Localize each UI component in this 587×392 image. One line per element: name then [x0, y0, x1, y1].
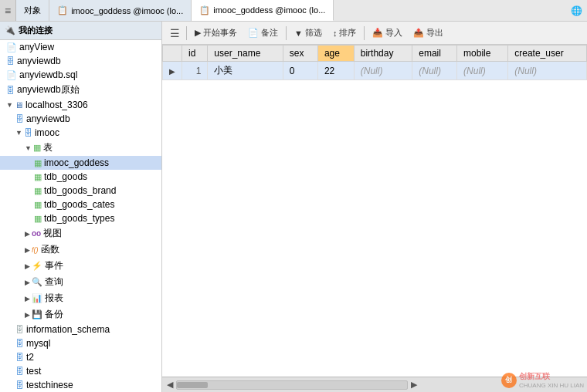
sidebar-item-label: 查询: [45, 275, 63, 289]
tab-bar-left: ≡: [0, 0, 16, 21]
sidebar-item-label: anyviewdb: [17, 56, 61, 66]
sidebar-item-label: 表: [43, 141, 53, 154]
cell-create-user[interactable]: (Null): [508, 62, 587, 80]
sidebar-item-imooc-goddess[interactable]: ▦ imooc_goddess: [0, 156, 161, 170]
import-icon: 📥: [372, 28, 383, 38]
db-icon: 🗄: [6, 56, 15, 66]
db-icon: 🗄: [15, 367, 24, 376]
col-arrow: [163, 46, 182, 62]
file-icon: 📄: [6, 42, 17, 52]
begin-transaction-icon: ▶: [195, 28, 201, 38]
row-arrow-icon: ▶: [169, 67, 175, 76]
table-container[interactable]: id user_name sex age birthday: [162, 45, 587, 377]
sidebar-item-label: 函数: [41, 243, 59, 256]
sidebar-item-label: t2: [26, 352, 34, 363]
col-create-user[interactable]: create_user: [508, 46, 587, 62]
tab-query-2[interactable]: 📋 imooc_goddess @imooc (lo...: [192, 0, 334, 21]
expand-arrow: ▼: [15, 129, 22, 137]
begin-transaction-button[interactable]: ▶ 开始事务: [190, 25, 242, 40]
sidebar-header: 🔌 我的连接: [0, 22, 161, 40]
sidebar-item-tdb-goods[interactable]: ▦ tdb_goods: [0, 170, 161, 184]
sidebar-item-label: 视图: [43, 227, 62, 240]
sidebar-item-tables-folder[interactable]: ▼ ▦ 表: [0, 140, 161, 156]
sidebar-item-backups[interactable]: ▶ 💾 备份: [0, 306, 161, 323]
view-icon: oo: [32, 229, 41, 238]
backup-icon: 💾: [32, 309, 42, 319]
sidebar-item-label: anyviewdb原始: [17, 83, 80, 96]
col-mobile-label: mobile: [463, 48, 490, 59]
db-icon: 🗄: [6, 86, 15, 95]
table-icon: ▦: [34, 158, 42, 168]
table-icon: ▦: [34, 172, 42, 182]
export-button[interactable]: 📤 导出: [409, 25, 448, 40]
db-icon: 🗄: [15, 380, 24, 390]
sidebar-item-anyviewdb-local[interactable]: 🗄 anyviewdb: [0, 112, 161, 126]
sidebar-item-tdb-goods-cates[interactable]: ▦ tdb_goods_cates: [0, 198, 161, 211]
sidebar-item-mysql[interactable]: 🗄 mysql: [0, 336, 161, 350]
event-icon: ⚡: [32, 261, 42, 271]
watermark: 创 创新互联 CHUANG XIN HU LIAN: [501, 371, 584, 389]
sidebar-item-reports[interactable]: ▶ 📊 报表: [0, 290, 161, 306]
col-user-name[interactable]: user_name: [208, 46, 283, 62]
filter-button[interactable]: ▼ 筛选: [290, 25, 327, 40]
db-icon: 🗄: [15, 114, 24, 123]
tab-query-1[interactable]: 📋 imooc_goddess @imooc (lo...: [49, 0, 192, 21]
table-icon: ▦: [34, 200, 42, 210]
tab-query-1-label: imooc_goddess @imooc (lo...: [71, 6, 183, 15]
sidebar-item-test[interactable]: 🗄 test: [0, 364, 161, 378]
scroll-left-btn[interactable]: ◀: [167, 380, 173, 390]
cell-age[interactable]: 22: [317, 62, 354, 80]
expand-arrow: ▶: [25, 246, 30, 254]
main-layout: 🔌 我的连接 📄 anyView 🗄 anyviewdb 📄 anyviewdb…: [0, 22, 587, 392]
sidebar-item-label: localhost_3306: [25, 100, 88, 110]
cell-user-name[interactable]: 小美: [208, 62, 283, 80]
watermark-text-block: 创新互联 CHUANG XIN HU LIAN: [519, 371, 584, 389]
sidebar-item-anyviewdb-orig[interactable]: 🗄 anyviewdb原始: [0, 82, 161, 98]
cell-sex[interactable]: 0: [283, 62, 317, 80]
col-mobile[interactable]: mobile: [457, 46, 508, 62]
scroll-right-btn[interactable]: ▶: [411, 380, 417, 390]
sidebar-item-anyview[interactable]: 📄 anyView: [0, 40, 161, 54]
sidebar-item-localhost[interactable]: ▼ 🖥 localhost_3306: [0, 98, 161, 112]
horizontal-scrollbar[interactable]: [176, 380, 408, 390]
sidebar-item-t2[interactable]: 🗄 t2: [0, 350, 161, 364]
scroll-thumb: [177, 382, 208, 388]
sort-label: 排序: [339, 27, 356, 39]
tab-object[interactable]: 对象: [16, 0, 49, 21]
report-icon: 📊: [32, 293, 42, 303]
sidebar-item-anyviewdb-sql[interactable]: 📄 anyviewdb.sql: [0, 68, 161, 82]
cell-mobile[interactable]: (Null): [457, 62, 508, 80]
sidebar-item-tdb-goods-brand[interactable]: ▦ tdb_goods_brand: [0, 184, 161, 198]
sidebar-item-label: imooc_goddess: [44, 157, 109, 168]
sort-button[interactable]: ↕ 排序: [328, 25, 361, 40]
sidebar-item-anyviewdb[interactable]: 🗄 anyviewdb: [0, 54, 161, 68]
col-id-label: id: [188, 48, 195, 59]
sidebar-item-views[interactable]: ▶ oo 视图: [0, 225, 161, 242]
sidebar-item-functions[interactable]: ▶ f() 函数: [0, 242, 161, 258]
cell-id[interactable]: 1: [182, 62, 208, 80]
table-folder-icon: ▦: [33, 143, 41, 153]
sidebar-item-events[interactable]: ▶ ⚡ 事件: [0, 258, 161, 274]
table-row[interactable]: ▶ 1 小美 0 22: [163, 62, 587, 80]
col-sex[interactable]: sex: [283, 46, 317, 62]
col-email[interactable]: email: [412, 46, 457, 62]
sidebar-item-info-schema[interactable]: 🗄 information_schema: [0, 323, 161, 336]
col-birthday[interactable]: birthday: [354, 46, 412, 62]
col-id[interactable]: id: [182, 46, 208, 62]
import-button[interactable]: 📥 导入: [368, 25, 407, 40]
col-age[interactable]: age: [317, 46, 354, 62]
db-icon: 🗄: [15, 353, 24, 362]
tab-bar: ≡ 对象 📋 imooc_goddess @imooc (lo... 📋 imo…: [0, 0, 587, 22]
sidebar-item-queries[interactable]: ▶ 🔍 查询: [0, 274, 161, 290]
db-icon: 🗄: [24, 128, 32, 137]
comment-button[interactable]: 📄 备注: [243, 25, 283, 40]
cell-email[interactable]: (Null): [412, 62, 457, 80]
sidebar-item-imooc[interactable]: ▼ 🗄 imooc: [0, 126, 161, 140]
sidebar-item-tdb-goods-types[interactable]: ▦ tdb_goods_types: [0, 211, 161, 225]
sidebar-item-testchinese[interactable]: 🗄 testchinese: [0, 378, 161, 392]
expand-arrow: ▼: [6, 101, 13, 109]
cell-birthday[interactable]: (Null): [354, 62, 412, 80]
menu-icon[interactable]: ☰: [167, 25, 183, 41]
sidebar-item-label: 备份: [45, 308, 63, 321]
expand-arrow: ▶: [25, 262, 30, 270]
